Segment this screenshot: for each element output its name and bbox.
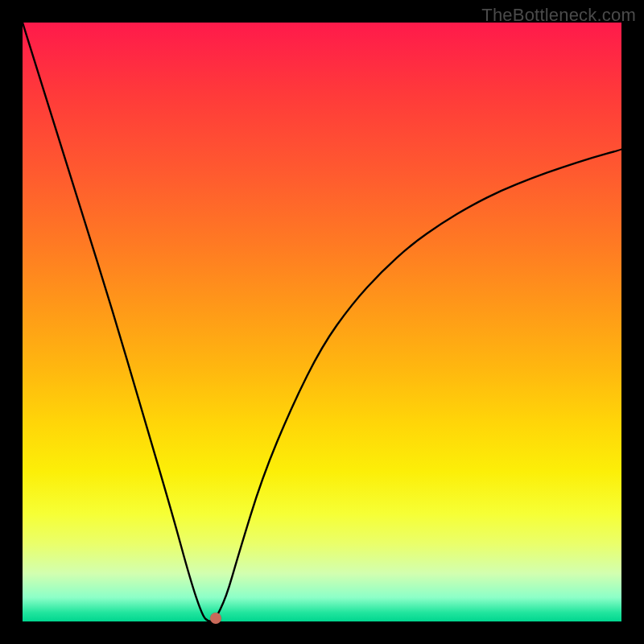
current-point-marker xyxy=(210,613,221,624)
plot-area xyxy=(23,23,621,621)
bottleneck-curve xyxy=(23,23,621,621)
watermark-text: TheBottleneck.com xyxy=(481,5,636,26)
chart-frame: TheBottleneck.com xyxy=(0,0,644,644)
